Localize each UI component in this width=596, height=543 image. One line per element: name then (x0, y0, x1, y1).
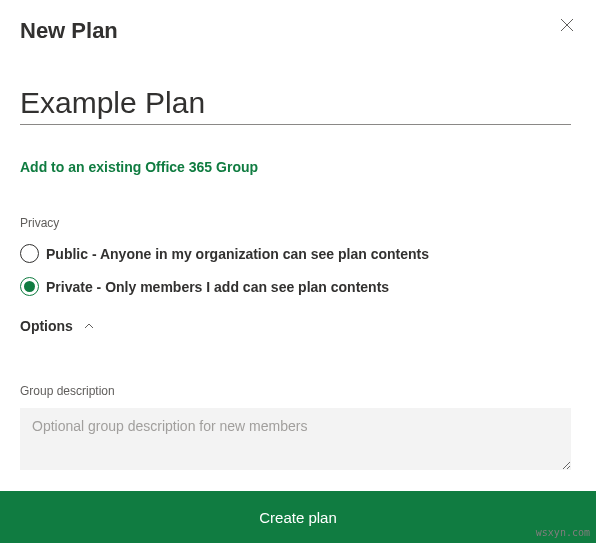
radio-label: Public - Anyone in my organization can s… (46, 246, 429, 262)
watermark: wsxyn.com (536, 527, 590, 538)
radio-label: Private - Only members I add can see pla… (46, 279, 389, 295)
options-label: Options (20, 318, 73, 334)
new-plan-dialog: New Plan Add to an existing Office 365 G… (0, 0, 596, 543)
privacy-radio-group: Public - Anyone in my organization can s… (20, 244, 576, 296)
radio-icon-selected (20, 277, 39, 296)
privacy-section-label: Privacy (20, 216, 576, 230)
plan-name-input[interactable] (20, 86, 571, 125)
radio-icon (20, 244, 39, 263)
privacy-option-public[interactable]: Public - Anyone in my organization can s… (20, 244, 576, 263)
close-button[interactable] (558, 16, 576, 37)
privacy-option-private[interactable]: Private - Only members I add can see pla… (20, 277, 576, 296)
create-plan-button[interactable]: Create plan (0, 491, 596, 543)
group-description-textarea[interactable] (20, 408, 571, 470)
dialog-header: New Plan (20, 18, 576, 44)
create-plan-button-label: Create plan (259, 509, 337, 526)
dialog-title: New Plan (20, 18, 118, 44)
chevron-up-icon (83, 320, 95, 332)
group-description-label: Group description (20, 384, 576, 398)
close-icon (560, 18, 574, 32)
options-toggle[interactable]: Options (20, 318, 95, 334)
add-to-existing-group-link[interactable]: Add to an existing Office 365 Group (20, 159, 258, 175)
